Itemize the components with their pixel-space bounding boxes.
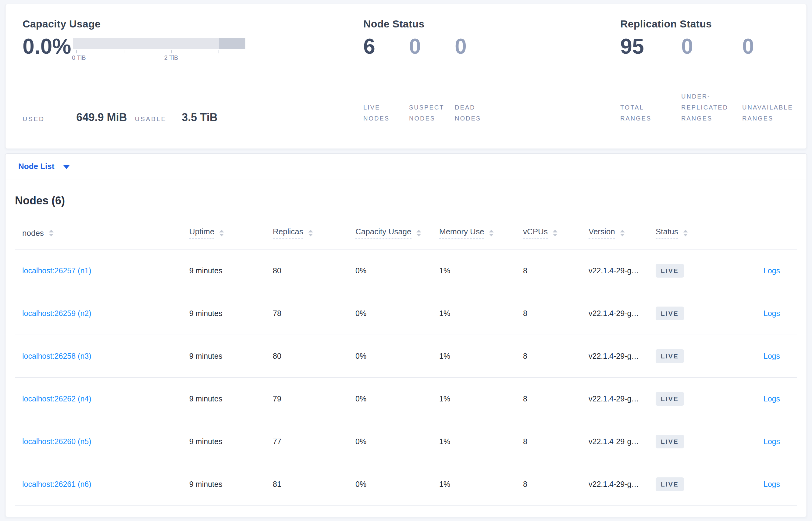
- column-header-memory[interactable]: Memory Use: [439, 227, 523, 239]
- nodes-table-section: Nodes (6) nodesUptimeReplicasCapacity Us…: [5, 194, 807, 517]
- node-list-dropdown-label: Node List: [18, 162, 54, 171]
- cell-version: v22.1.4-29-g…: [589, 480, 655, 489]
- column-label: Uptime: [189, 227, 214, 239]
- table-header-row: nodesUptimeReplicasCapacity UsageMemory …: [15, 217, 797, 250]
- sort-icon: [219, 230, 224, 236]
- stat-dead-nodes: 0DEAD NODES: [455, 33, 501, 124]
- cell-capacity: 0%: [355, 309, 439, 318]
- cell-version: v22.1.4-29-g…: [589, 437, 655, 446]
- cell-uptime: 9 minutes: [189, 352, 273, 361]
- node-link[interactable]: localhost:26258 (n3): [22, 352, 91, 360]
- used-label: USED: [23, 115, 45, 122]
- node-link[interactable]: localhost:26261 (n6): [22, 480, 91, 489]
- node-list-bar: Node List: [5, 154, 807, 179]
- stat-value: 0: [681, 33, 742, 59]
- status-badge: LIVE: [655, 349, 684, 363]
- logs-link[interactable]: Logs: [764, 309, 780, 318]
- node-list-dropdown[interactable]: Node List: [18, 162, 70, 171]
- column-label: Replicas: [273, 227, 303, 239]
- cell-version: v22.1.4-29-g…: [589, 352, 655, 361]
- cell-logs: Logs: [717, 266, 797, 275]
- cell-capacity: 0%: [355, 437, 439, 446]
- sort-icon: [308, 230, 313, 236]
- cell-replicas: 77: [273, 437, 355, 446]
- cell-vcpus: 8: [523, 309, 589, 318]
- logs-link[interactable]: Logs: [764, 437, 780, 446]
- replication-status-stats: 95TOTAL RANGES0UNDER- REPLICATED RANGES0…: [620, 33, 807, 124]
- cell-capacity: 0%: [355, 266, 439, 275]
- node-link[interactable]: localhost:26257 (n1): [22, 266, 91, 275]
- stat-value: 0: [409, 33, 455, 59]
- sort-icon: [416, 230, 421, 236]
- axis-tick: [124, 50, 124, 53]
- cell-logs: Logs: [717, 352, 797, 361]
- column-header-capacity[interactable]: Capacity Usage: [355, 227, 439, 239]
- stat-total-ranges: 95TOTAL RANGES: [620, 33, 681, 124]
- capacity-axis-ticks: [73, 49, 245, 54]
- stat-label: TOTAL RANGES: [620, 102, 681, 124]
- sort-icon: [49, 230, 54, 236]
- cell-status: LIVE: [655, 392, 717, 406]
- cell-address: localhost:26257 (n1): [22, 266, 189, 275]
- stat-value: 0: [742, 33, 803, 59]
- column-label: Capacity Usage: [355, 227, 411, 239]
- capacity-used-usable-row: USED 649.9 MiB USABLE 3.5 TiB: [23, 111, 363, 124]
- cell-address: localhost:26260 (n5): [22, 437, 189, 446]
- cluster-overview-page: Capacity Usage 0.0%: [0, 0, 812, 521]
- cell-vcpus: 8: [523, 480, 589, 489]
- column-header-address[interactable]: nodes: [22, 228, 189, 238]
- capacity-bar-dark-segment: [219, 38, 245, 49]
- capacity-axis-labels: 0 TiB 2 TiB: [73, 54, 245, 63]
- status-badge: LIVE: [655, 477, 684, 491]
- logs-link[interactable]: Logs: [764, 480, 780, 489]
- caret-down-icon: [64, 165, 70, 169]
- cluster-summary-panel: Capacity Usage 0.0%: [5, 4, 807, 149]
- column-label: Memory Use: [439, 227, 484, 239]
- logs-link[interactable]: Logs: [764, 394, 780, 403]
- logs-link[interactable]: Logs: [764, 352, 780, 360]
- column-label: Status: [655, 227, 678, 239]
- column-header-uptime[interactable]: Uptime: [189, 227, 273, 239]
- cell-status: LIVE: [655, 435, 717, 448]
- usable-value: 3.5 TiB: [182, 111, 217, 124]
- status-badge: LIVE: [655, 392, 684, 406]
- logs-link[interactable]: Logs: [764, 266, 780, 275]
- node-link[interactable]: localhost:26259 (n2): [22, 309, 91, 318]
- cell-logs: Logs: [717, 394, 797, 403]
- column-header-version[interactable]: Version: [589, 227, 655, 239]
- stat-suspect-nodes: 0SUSPECT NODES: [409, 33, 455, 124]
- cell-replicas: 80: [273, 266, 355, 275]
- cell-uptime: 9 minutes: [189, 437, 273, 446]
- sort-icon: [683, 230, 688, 236]
- stat-value: 95: [620, 33, 681, 59]
- table-body: localhost:26257 (n1)9 minutes800%1%8v22.…: [15, 250, 797, 506]
- node-status-section: Node Status 6LIVE NODES0SUSPECT NODES0DE…: [363, 17, 620, 149]
- node-link[interactable]: localhost:26262 (n4): [22, 394, 91, 403]
- nodes-table-card: Node List Nodes (6) nodesUptimeReplicasC…: [5, 154, 807, 517]
- cell-vcpus: 8: [523, 437, 589, 446]
- column-header-status[interactable]: Status: [655, 227, 717, 239]
- cell-address: localhost:26261 (n6): [22, 480, 189, 489]
- capacity-bar-chart: 0 TiB 2 TiB: [73, 38, 245, 63]
- axis-tick: [171, 50, 172, 53]
- cell-replicas: 81: [273, 480, 355, 489]
- cell-address: localhost:26258 (n3): [22, 352, 189, 361]
- cell-memory: 1%: [439, 480, 523, 489]
- cell-uptime: 9 minutes: [189, 266, 273, 275]
- capacity-usage-title: Capacity Usage: [23, 17, 363, 30]
- replication-status-title: Replication Status: [620, 17, 807, 30]
- capacity-usage-section: Capacity Usage 0.0%: [23, 17, 363, 149]
- stat-value: 6: [363, 33, 409, 59]
- cell-vcpus: 8: [523, 394, 589, 403]
- cell-memory: 1%: [439, 437, 523, 446]
- cell-logs: Logs: [717, 480, 797, 489]
- cell-capacity: 0%: [355, 352, 439, 361]
- status-badge: LIVE: [655, 264, 684, 277]
- node-link[interactable]: localhost:26260 (n5): [22, 437, 91, 446]
- stat-label: UNDER- REPLICATED RANGES: [681, 91, 742, 124]
- column-header-replicas[interactable]: Replicas: [273, 227, 355, 239]
- replication-status-section: Replication Status 95TOTAL RANGES0UNDER-…: [620, 17, 807, 149]
- column-header-vcpus[interactable]: vCPUs: [523, 227, 589, 239]
- stat-label: LIVE NODES: [363, 102, 409, 124]
- table-title: Nodes (6): [15, 194, 797, 208]
